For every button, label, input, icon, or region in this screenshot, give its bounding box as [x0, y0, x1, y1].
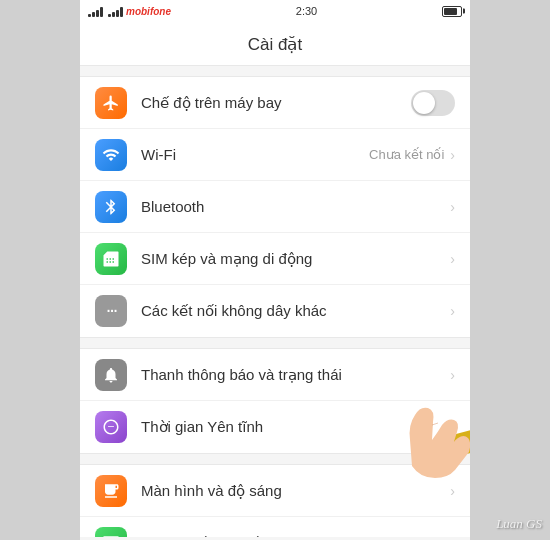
status-bar: mobifone 2:30 [80, 0, 470, 22]
wifi-value: Chưa kết nối [369, 147, 444, 162]
wifi-icon [95, 139, 127, 171]
battery-icon [442, 6, 462, 17]
settings-item-dnd[interactable]: Thời gian Yên tĩnh › [80, 401, 470, 453]
bluetooth-label: Bluetooth [141, 198, 450, 215]
signal-bars-2 [108, 5, 123, 17]
sim-icon [95, 243, 127, 275]
wifi-chevron: › [450, 147, 455, 163]
screen-chevron: › [450, 483, 455, 499]
signal-bar-5 [108, 14, 111, 17]
settings-item-more-connections[interactable]: ··· Các kết nối không dây khác › [80, 285, 470, 337]
more-connections-label: Các kết nối không dây khác [141, 302, 450, 320]
settings-item-notification[interactable]: Thanh thông báo và trạng thái › [80, 349, 470, 401]
carrier-name: mobifone [126, 6, 171, 17]
notification-chevron: › [450, 367, 455, 383]
airplane-toggle[interactable] [411, 90, 455, 116]
dnd-label: Thời gian Yên tĩnh [141, 418, 450, 436]
more-connect-icon: ··· [95, 295, 127, 327]
settings-group-network: Chế độ trên máy bay Wi-Fi Chưa kết nối › [80, 76, 470, 338]
notification-label: Thanh thông báo và trạng thái [141, 366, 450, 384]
signal-bar-6 [112, 12, 115, 17]
screen-icon [95, 475, 127, 507]
settings-item-bluetooth[interactable]: Bluetooth › [80, 181, 470, 233]
sim-chevron: › [450, 251, 455, 267]
settings-group-display: Màn hình và độ sáng › Tạp chí về hình nề… [80, 464, 470, 537]
settings-group-notifications: Thanh thông báo và trạng thái › Thời gia… [80, 348, 470, 454]
settings-item-screen[interactable]: Màn hình và độ sáng › [80, 465, 470, 517]
status-right [442, 6, 462, 17]
wifi-label: Wi-Fi [141, 146, 369, 163]
watermark: Luan GS [496, 516, 542, 532]
airplane-icon [95, 87, 127, 119]
bluetooth-chevron: › [450, 199, 455, 215]
page-title: Cài đặt [80, 34, 470, 55]
page-header: Cài đặt [80, 22, 470, 66]
settings-item-airplane[interactable]: Chế độ trên máy bay [80, 77, 470, 129]
sim-label: SIM kép và mạng di động [141, 250, 450, 268]
battery-fill [444, 8, 457, 15]
signal-bar-4 [100, 7, 103, 17]
wallpaper-label: Tạp chí về hình nền và màn hình khóa [141, 535, 450, 538]
notification-icon [95, 359, 127, 391]
settings-item-wifi[interactable]: Wi-Fi Chưa kết nối › [80, 129, 470, 181]
phone-frame: mobifone 2:30 Cài đặt Chế độ trên máy ba… [80, 0, 470, 540]
more-connections-chevron: › [450, 303, 455, 319]
dnd-icon [95, 411, 127, 443]
signal-bar-7 [116, 10, 119, 17]
status-left: mobifone [88, 5, 171, 17]
signal-bar-8 [120, 7, 123, 17]
settings-item-sim[interactable]: SIM kép và mạng di động › [80, 233, 470, 285]
screen-label: Màn hình và độ sáng [141, 482, 450, 500]
settings-content[interactable]: Chế độ trên máy bay Wi-Fi Chưa kết nối › [80, 66, 470, 537]
signal-bar-2 [92, 12, 95, 17]
signal-bar-3 [96, 10, 99, 17]
dnd-chevron: › [450, 419, 455, 435]
status-time: 2:30 [296, 5, 317, 17]
wallpaper-chevron: › [450, 535, 455, 538]
airplane-label: Chế độ trên máy bay [141, 94, 411, 112]
signal-bar-1 [88, 14, 91, 17]
settings-item-wallpaper[interactable]: Tạp chí về hình nền và màn hình khóa › [80, 517, 470, 537]
signal-bars [88, 5, 103, 17]
airplane-toggle-knob [413, 92, 435, 114]
bluetooth-icon [95, 191, 127, 223]
wallpaper-icon [95, 527, 127, 538]
